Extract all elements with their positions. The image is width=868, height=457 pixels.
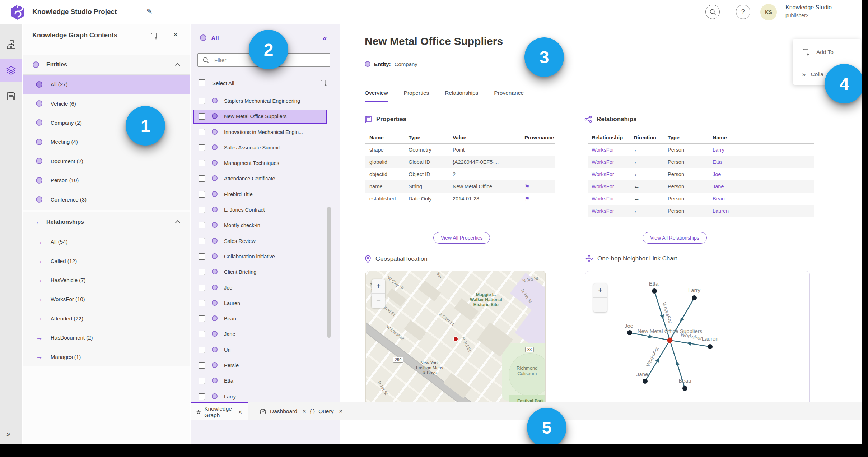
entity-type-item[interactable]: Person (10) <box>23 171 190 190</box>
one-hop-link-chart[interactable]: WorksForWorksForWorksForEttaLarryJoeLaur… <box>585 271 810 407</box>
tab-dashboard[interactable]: Dashboard ✕ <box>254 402 312 420</box>
map-zoom-in-button[interactable]: + <box>372 279 385 294</box>
relationship-type-item[interactable]: →All (54) <box>23 232 190 251</box>
graph-node-jane[interactable] <box>643 379 648 384</box>
item-checkbox[interactable] <box>199 160 205 166</box>
entity-link[interactable]: Larry <box>713 147 756 153</box>
relationship-link[interactable]: WorksFor <box>588 171 634 177</box>
graph-node-beau[interactable] <box>682 386 687 391</box>
graph-center-node[interactable] <box>667 338 673 343</box>
list-item[interactable]: Beau <box>191 311 340 327</box>
list-item[interactable]: Sales Associate Summit <box>191 140 340 156</box>
geospatial-map[interactable]: k RdW Clay StSalN 3rd StN 4th StMaggie L… <box>365 271 546 407</box>
item-checkbox[interactable] <box>199 315 205 322</box>
entities-section-header[interactable]: Entities <box>23 55 190 75</box>
relationship-link[interactable]: WorksFor <box>588 147 634 153</box>
menu-item-add-to[interactable]: Add To <box>793 44 861 60</box>
entity-link[interactable]: Lauren <box>713 208 756 214</box>
relationship-type-item[interactable]: →HasDocument (2) <box>23 328 190 347</box>
item-checkbox[interactable] <box>199 362 205 369</box>
graph-node-lauren[interactable] <box>708 344 713 349</box>
provenance-flag-icon[interactable]: ⚑ <box>524 184 529 190</box>
collapse-relationships-chevron-icon[interactable] <box>175 220 180 225</box>
list-item[interactable]: Joe <box>191 280 340 296</box>
entity-type-item[interactable]: All (27) <box>23 75 190 94</box>
graph-node-joe[interactable] <box>627 330 632 335</box>
relationship-type-item[interactable]: →Attended (22) <box>23 309 190 328</box>
view-all-relationships-button[interactable]: View All Relationships <box>643 232 707 244</box>
collapse-entities-chevron-icon[interactable] <box>175 63 180 68</box>
map-zoom-out-button[interactable]: − <box>372 294 385 308</box>
detail-tab-properties[interactable]: Properties <box>404 90 429 102</box>
entity-link[interactable]: Joe <box>713 171 756 177</box>
list-item[interactable]: Client Briefing <box>191 264 340 280</box>
entity-type-item[interactable]: Meeting (4) <box>23 132 190 151</box>
list-item[interactable]: Jane <box>191 327 340 342</box>
list-item[interactable]: Staplers Mechanical Engineering <box>191 93 340 109</box>
collapse-list-panel-icon[interactable]: « <box>323 34 327 42</box>
list-item[interactable]: Lauren <box>191 296 340 311</box>
list-item[interactable]: Uri <box>191 342 340 358</box>
relationship-type-item[interactable]: →Called (12) <box>23 251 190 270</box>
relationship-link[interactable]: WorksFor <box>588 159 634 165</box>
relationship-type-item[interactable]: →WorksFor (10) <box>23 290 190 309</box>
relationships-section-header[interactable]: → Relationships <box>23 212 190 232</box>
close-panel-icon[interactable]: ✕ <box>173 31 178 39</box>
list-item[interactable]: Persie <box>191 358 340 373</box>
close-tab-icon[interactable]: ✕ <box>238 409 242 415</box>
provenance-flag-icon[interactable]: ⚑ <box>524 196 529 202</box>
relationship-link[interactable]: WorksFor <box>588 196 634 202</box>
detail-tab-overview[interactable]: Overview <box>365 90 388 102</box>
list-item[interactable]: Sales Review <box>191 234 340 249</box>
chart-zoom-in-button[interactable]: + <box>593 283 607 298</box>
add-to-map-icon[interactable] <box>150 32 159 40</box>
item-checkbox[interactable] <box>199 207 205 213</box>
item-checkbox[interactable] <box>199 300 205 306</box>
item-checkbox[interactable] <box>199 98 205 104</box>
item-checkbox[interactable] <box>199 175 205 182</box>
item-checkbox[interactable] <box>199 144 205 151</box>
item-checkbox[interactable] <box>199 347 205 353</box>
list-item[interactable]: Innovations in Mechanical Engin... <box>191 125 340 140</box>
graph-node-etta[interactable] <box>652 288 657 294</box>
close-tab-icon[interactable]: ✕ <box>339 408 343 414</box>
relationship-type-item[interactable]: →HasVehicle (7) <box>23 271 190 290</box>
edit-title-icon[interactable]: ✎ <box>146 7 153 16</box>
search-button[interactable] <box>705 5 720 19</box>
user-avatar[interactable]: KS <box>760 4 777 20</box>
entity-link[interactable]: Jane <box>713 184 756 189</box>
item-checkbox[interactable] <box>199 222 205 228</box>
list-item[interactable]: Managment Techniques <box>191 156 340 171</box>
item-checkbox[interactable] <box>199 269 205 275</box>
entity-type-item[interactable]: Conference (3) <box>23 190 190 209</box>
entity-location-marker[interactable] <box>453 336 458 342</box>
item-checkbox[interactable] <box>199 393 205 400</box>
detail-tab-provenance[interactable]: Provenance <box>494 90 524 102</box>
entity-type-item[interactable]: Vehicle (6) <box>23 94 190 113</box>
detail-tab-relationships[interactable]: Relationships <box>445 90 478 102</box>
relationship-type-item[interactable]: →Manages (1) <box>23 347 190 366</box>
entity-link[interactable]: Etta <box>713 159 756 165</box>
item-checkbox[interactable] <box>199 129 205 135</box>
item-checkbox[interactable] <box>199 191 205 198</box>
item-checkbox[interactable] <box>199 238 205 244</box>
help-button[interactable]: ? <box>736 5 750 19</box>
relationship-link[interactable]: WorksFor <box>588 208 634 214</box>
list-scrollbar-thumb[interactable] <box>327 207 331 338</box>
item-checkbox[interactable] <box>199 113 205 120</box>
list-item[interactable]: Etta <box>191 373 340 389</box>
entity-link[interactable]: Beau <box>713 196 756 202</box>
list-item[interactable]: Montly check-in <box>191 218 340 233</box>
item-checkbox[interactable] <box>199 331 205 337</box>
entity-type-item[interactable]: Document (2) <box>23 152 190 171</box>
add-selection-to-map-icon[interactable] <box>320 79 328 87</box>
list-item[interactable]: Collaboration initiative <box>191 249 340 264</box>
entity-type-item[interactable]: Company (2) <box>23 113 190 132</box>
item-checkbox[interactable] <box>199 253 205 260</box>
view-all-properties-button[interactable]: View All Properties <box>433 232 490 244</box>
list-item[interactable]: L. Jones Contract <box>191 202 340 218</box>
item-checkbox[interactable] <box>199 378 205 384</box>
item-checkbox[interactable] <box>199 285 205 291</box>
chart-zoom-out-button[interactable]: − <box>593 298 607 312</box>
relationship-link[interactable]: WorksFor <box>588 184 634 189</box>
